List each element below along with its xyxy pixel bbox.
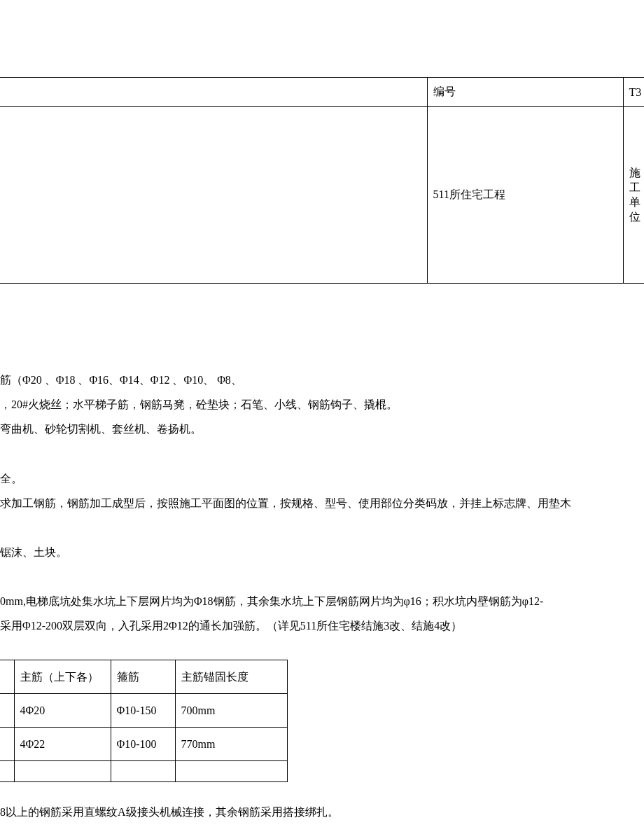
spec-table: 主筋（上下各） 箍筋 主筋锚固长度 4Φ20 Φ10-150 700mm 4Φ2… — [0, 660, 288, 783]
body-p-after: 8以上的钢筋采用直螺纹A级接头机械连接，其余钢筋采用搭接绑扎。 — [0, 800, 637, 824]
spec-r1-main: 4Φ20 — [14, 693, 111, 727]
spec-r3-main — [14, 761, 111, 782]
spec-r2-main: 4Φ22 — [14, 727, 111, 760]
spec-r1-anchor: 700mm — [175, 693, 287, 727]
body-p5: 求加工钢筋，钢筋加工成型后，按照施工平面图的位置，按规格、型号、使用部位分类码放… — [0, 491, 637, 515]
spec-r2-stirrup: Φ10-100 — [111, 727, 175, 760]
spec-r1-blank — [0, 693, 14, 727]
spec-h-anchor: 主筋锚固长度 — [175, 660, 287, 693]
spec-r2-blank — [0, 727, 14, 760]
blank-2 — [0, 515, 637, 540]
body-p8: 采用Φ12-200双层双向，入孔采用2Φ12的通长加强筋。（详见511所住宅楼结… — [0, 613, 637, 638]
body-p6: 锯沫、土块。 — [0, 540, 637, 564]
header-row-1: 编号 T3 — [0, 78, 644, 107]
spec-h-main: 主筋（上下各） — [14, 660, 111, 693]
header-unit-label: 施工单位 — [623, 107, 644, 284]
spec-r2-anchor: 770mm — [175, 727, 287, 760]
spec-row-2: 4Φ22 Φ10-100 770mm — [0, 727, 287, 760]
body-p2: ，20#火烧丝；水平梯子筋，钢筋马凳，砼垫块；石笔、小线、钢筋钩子、撬棍。 — [0, 392, 637, 417]
body-p3: 弯曲机、砂轮切割机、套丝机、卷扬机。 — [0, 417, 637, 441]
blank-1 — [0, 442, 637, 466]
spec-row-1: 4Φ20 Φ10-150 700mm — [0, 693, 287, 727]
spec-r3-stirrup — [111, 761, 175, 782]
body-p7: 0mm,电梯底坑处集水坑上下层网片均为Φ18钢筋，其余集水坑上下层钢筋网片均为φ… — [0, 589, 637, 613]
spec-row-3 — [0, 761, 287, 782]
spec-header-row: 主筋（上下各） 箍筋 主筋锚固长度 — [0, 660, 287, 693]
header-r1-empty — [0, 78, 427, 107]
header-number-label: 编号 — [427, 78, 623, 107]
header-code: T3 — [623, 78, 644, 107]
spec-h-blank — [0, 660, 14, 693]
spec-r3-blank — [0, 761, 14, 782]
body-content: 筋（Φ20 、Φ18 、Φ16、Φ14、Φ12 、Φ10、 Φ8、 ，20#火烧… — [0, 368, 644, 834]
header-r2-empty — [0, 107, 427, 284]
spec-h-stirrup: 箍筋 — [111, 660, 175, 693]
spec-r3-anchor — [175, 761, 287, 782]
spec-r1-stirrup: Φ10-150 — [111, 693, 175, 727]
body-p1: 筋（Φ20 、Φ18 、Φ16、Φ14、Φ12 、Φ10、 Φ8、 — [0, 368, 637, 392]
blank-3 — [0, 564, 637, 589]
body-p4: 全。 — [0, 466, 637, 491]
header-project: 511所住宅工程 — [427, 107, 623, 284]
header-table: 编号 T3 511所住宅工程 施工单位 城建五公司民族路项目部 — [0, 77, 644, 284]
header-row-2: 511所住宅工程 施工单位 城建五公司民族路项目部 — [0, 107, 644, 284]
